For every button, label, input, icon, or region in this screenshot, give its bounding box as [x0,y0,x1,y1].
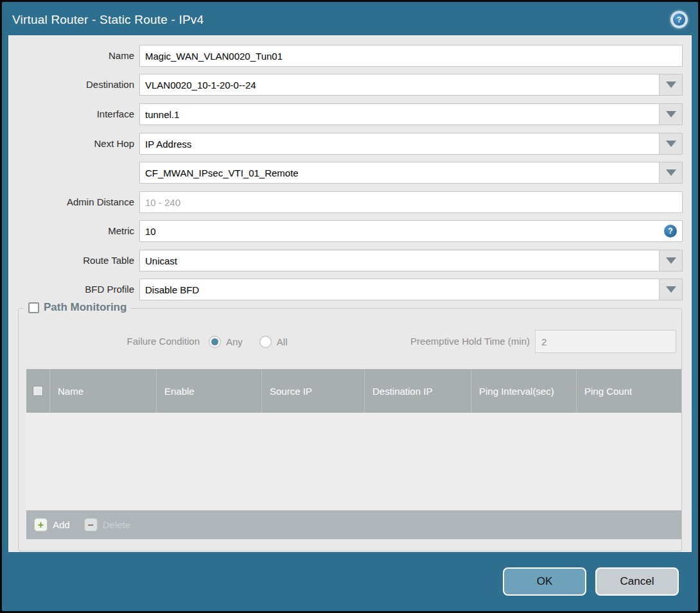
radio-all-icon [259,336,272,348]
metric-help-icon[interactable]: ? [664,225,677,237]
column-header-ping-count[interactable]: Ping Count [577,369,681,413]
column-header-ping-interval[interactable]: Ping Interval(sec) [471,369,577,413]
row-metric: Metric ? [9,220,691,242]
path-monitoring-title: Path Monitoring [44,301,127,314]
destination-input[interactable] [140,74,659,95]
row-route-table: Route Table [9,250,691,272]
add-button-label: Add [53,519,70,530]
delete-button[interactable]: – Delete [84,518,130,531]
table-body-empty [26,413,681,510]
route-table-input[interactable] [140,250,659,271]
next-hop-label: Next Hop [9,133,134,155]
help-icon[interactable]: ? [670,11,688,28]
bfd-profile-input[interactable] [140,279,659,300]
bfd-profile-field-wrap [139,279,683,300]
next-hop-address-field-wrap [139,162,683,184]
cancel-button[interactable]: Cancel [595,567,679,596]
interface-input[interactable] [140,104,659,125]
chevron-down-icon [666,257,676,264]
row-next-hop: Next Hop [9,133,691,155]
row-interface: Interface [9,103,691,125]
radio-all[interactable]: All [259,336,288,348]
metric-input[interactable] [140,221,664,241]
chevron-down-icon [666,286,676,293]
next-hop-address-input[interactable] [140,162,659,183]
next-hop-address-dropdown-button[interactable] [659,162,682,183]
chevron-down-icon [666,141,676,147]
destination-label: Destination [9,74,134,96]
preemptive-hold-time-input[interactable] [536,331,676,352]
path-monitoring-legend: Path Monitoring [24,301,131,314]
path-monitoring-checkbox[interactable] [28,302,39,313]
metric-label: Metric [9,220,134,242]
admin-distance-input[interactable] [140,192,682,212]
page-title: Virtual Router - Static Route - IPv4 [12,13,204,27]
failure-condition-radio-group: Any All [209,332,288,351]
row-name: Name [9,45,691,67]
radio-all-label: All [277,336,288,347]
path-monitoring-section: Path Monitoring Failure Condition Any Al… [18,308,682,551]
column-header-enable[interactable]: Enable [157,369,262,413]
interface-label: Interface [9,103,134,125]
interface-field-wrap [139,103,683,125]
dialog-virtual-router-static-route: Virtual Router - Static Route - IPv4 ? N… [0,0,700,613]
name-label: Name [9,45,134,67]
chevron-down-icon [666,82,676,88]
bfd-profile-label: BFD Profile [9,279,134,300]
admin-distance-field-wrap [139,191,683,213]
chevron-down-icon [666,111,676,117]
select-all-checkbox[interactable] [33,386,43,396]
name-field-wrap [139,45,683,67]
preemptive-hold-time-field-wrap [535,330,676,353]
table-toolbar: + Add – Delete [26,510,681,539]
admin-distance-label: Admin Distance [9,191,134,213]
column-header-name[interactable]: Name [50,369,157,413]
next-hop-field-wrap [139,133,683,155]
column-header-destination-ip[interactable]: Destination IP [365,369,471,413]
route-table-label: Route Table [9,250,134,272]
delete-button-label: Delete [103,519,130,530]
next-hop-dropdown-button[interactable] [659,134,682,154]
path-monitoring-table: Name Enable Source IP Destination IP Pin… [26,369,681,539]
row-admin-distance: Admin Distance [9,191,691,213]
next-hop-type-input[interactable] [140,134,659,154]
route-table-field-wrap [139,250,683,272]
ok-button[interactable]: OK [503,567,586,596]
bfd-profile-dropdown-button[interactable] [659,279,682,300]
name-input[interactable] [140,46,682,66]
destination-dropdown-button[interactable] [659,74,682,95]
destination-field-wrap [139,74,683,96]
failure-condition-label: Failure Condition [19,332,200,351]
radio-any[interactable]: Any [209,336,243,348]
add-plus-icon: + [34,518,48,531]
row-bfd-profile: BFD Profile [9,279,691,300]
preemptive-hold-time-label: Preemptive Hold Time (min) [314,332,530,351]
delete-minus-icon: – [84,518,98,531]
help-icon-glyph: ? [673,13,685,26]
select-all-cell [26,369,50,413]
dialog-body: Name Destination Interface Next Hop [8,35,692,552]
chevron-down-icon [666,169,676,176]
metric-field-wrap: ? [139,220,683,242]
row-next-hop-address [9,162,691,184]
table-header-row: Name Enable Source IP Destination IP Pin… [26,369,681,413]
row-destination: Destination [9,74,691,96]
column-header-source-ip[interactable]: Source IP [262,369,365,413]
add-button[interactable]: + Add [34,518,70,531]
title-bar: Virtual Router - Static Route - IPv4 ? [2,2,698,35]
radio-any-icon [209,336,221,348]
route-table-dropdown-button[interactable] [659,250,682,271]
radio-any-label: Any [226,336,243,347]
interface-dropdown-button[interactable] [659,104,682,125]
